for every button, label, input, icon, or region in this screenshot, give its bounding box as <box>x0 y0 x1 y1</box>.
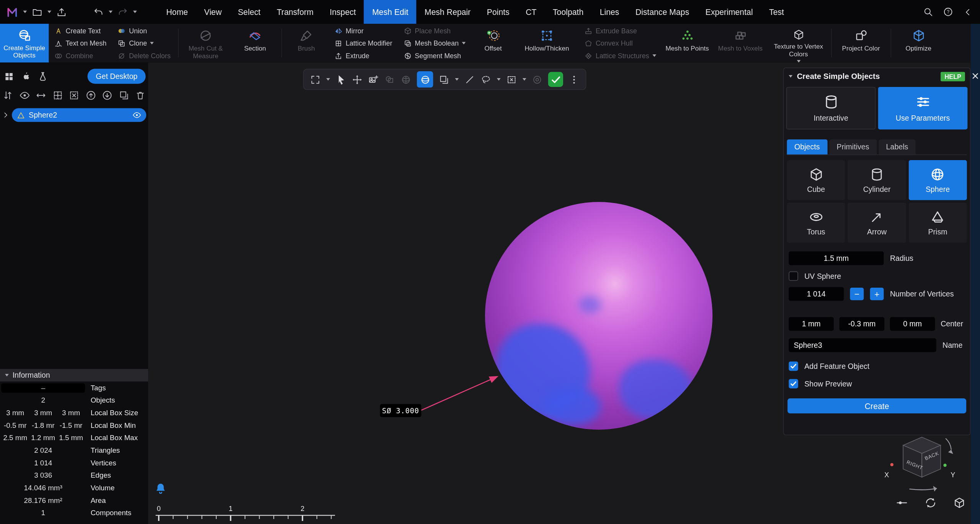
extrude-base-button[interactable]: Extrude Base <box>585 25 656 36</box>
shape-sphere-button[interactable]: Sphere <box>908 160 967 200</box>
tree-item-sphere2[interactable]: Sphere2 <box>12 108 146 122</box>
tab-test[interactable]: Test <box>761 0 792 24</box>
notification-bell-icon[interactable] <box>154 481 167 495</box>
sphere-tool-button[interactable] <box>417 71 433 87</box>
snapshot-icon[interactable] <box>368 74 379 85</box>
globe-icon[interactable] <box>401 74 412 85</box>
shape-torus-button[interactable]: Torus <box>787 203 845 242</box>
redo-icon[interactable] <box>118 7 128 17</box>
redo-chevron-icon[interactable] <box>133 11 137 13</box>
move-tool-icon[interactable] <box>352 74 363 85</box>
open-file-chevron-icon[interactable] <box>47 11 51 13</box>
lasso-select-icon[interactable] <box>481 74 492 85</box>
information-header[interactable]: Information <box>0 369 148 382</box>
lattice-structures-chevron-icon[interactable] <box>652 54 656 57</box>
mesh-boolean-button[interactable]: Mesh Boolean <box>403 38 466 49</box>
mesh-to-points-button[interactable]: Mesh to Points <box>662 24 713 62</box>
union-button[interactable]: Union <box>118 25 171 36</box>
bounding-box-icon[interactable] <box>953 496 966 509</box>
help-icon[interactable]: ? <box>943 7 953 17</box>
brush-button[interactable]: Brush <box>284 24 329 62</box>
shape-arrow-button[interactable]: Arrow <box>848 203 906 242</box>
information-collapse-icon[interactable] <box>5 374 9 377</box>
duplicate-object-icon[interactable] <box>118 90 129 101</box>
select-all-grid-icon[interactable] <box>52 90 63 101</box>
mesh-cut-measure-button[interactable]: Mesh Cut & Measure <box>181 24 231 62</box>
item-visibility-icon[interactable] <box>132 111 141 120</box>
tab-select[interactable]: Select <box>230 0 268 24</box>
vertices-input[interactable]: 1 014 <box>789 287 844 301</box>
undo-icon[interactable] <box>93 7 104 17</box>
project-color-button[interactable]: Project Color <box>833 24 889 62</box>
center-y-input[interactable]: -0.3 mm <box>840 317 885 331</box>
tab-inspect[interactable]: Inspect <box>322 0 364 24</box>
sphere-preview-mesh[interactable] <box>485 202 712 429</box>
create-text-button[interactable]: Create Text <box>54 25 106 36</box>
tags-field[interactable]: – <box>1 383 85 392</box>
panel-collapse-icon[interactable] <box>789 75 792 78</box>
search-icon[interactable] <box>923 7 933 17</box>
accept-button[interactable] <box>548 72 563 87</box>
more-options-icon[interactable] <box>569 74 580 85</box>
place-mesh-button[interactable]: Place Mesh <box>403 25 466 36</box>
mesh-to-voxels-button[interactable]: Mesh to Voxels <box>713 24 768 62</box>
shape-prism-button[interactable]: Prism <box>908 203 967 242</box>
box-select-chevron-icon[interactable] <box>523 78 526 81</box>
center-z-input[interactable]: 0 mm <box>890 317 935 331</box>
optimize-button[interactable]: Optimize <box>893 24 944 62</box>
measure-icon[interactable] <box>36 90 46 101</box>
tab-transform[interactable]: Transform <box>269 0 322 24</box>
visibility-icon[interactable] <box>19 90 30 101</box>
create-simple-objects-button[interactable]: Create Simple Objects <box>0 24 49 62</box>
delete-object-icon[interactable] <box>135 90 146 101</box>
undo-chevron-icon[interactable] <box>109 11 113 13</box>
mode-interactive-button[interactable]: Interactive <box>786 87 875 129</box>
combine-button[interactable]: Combine <box>54 50 106 61</box>
section-button[interactable]: Section <box>231 24 279 62</box>
fit-view-icon[interactable] <box>310 74 321 85</box>
shape-cylinder-button[interactable]: Cylinder <box>848 160 906 200</box>
app-logo[interactable] <box>6 6 18 18</box>
vertices-decrement-button[interactable]: − <box>850 288 864 300</box>
mirror-button[interactable]: Mirror <box>335 25 392 36</box>
open-file-icon[interactable] <box>32 7 42 17</box>
tree-expand-chevron-icon[interactable] <box>2 111 10 119</box>
tab-toolpath[interactable]: Toolpath <box>545 0 592 24</box>
shape-cube-button[interactable]: Cube <box>787 160 845 200</box>
mesh-boolean-chevron-icon[interactable] <box>462 42 466 44</box>
hollow-thicken-button[interactable]: Hollow/Thicken <box>515 24 579 62</box>
tab-mesh-repair[interactable]: Mesh Repair <box>416 0 479 24</box>
tab-ct[interactable]: CT <box>518 0 545 24</box>
tab-objects[interactable]: Objects <box>787 139 828 154</box>
deselect-grid-icon[interactable] <box>69 90 80 101</box>
segment-mesh-button[interactable]: Segment Mesh <box>403 50 466 61</box>
select-cursor-icon[interactable] <box>336 74 346 85</box>
uv-sphere-checkbox[interactable] <box>789 272 798 281</box>
tab-home[interactable]: Home <box>158 0 196 24</box>
tab-mesh-edit[interactable]: Mesh Edit <box>364 0 416 24</box>
move-up-icon[interactable] <box>85 90 96 101</box>
box-select-icon[interactable] <box>506 74 517 85</box>
name-input[interactable]: Sphere3 <box>789 338 936 352</box>
tab-labels[interactable]: Labels <box>879 139 916 154</box>
radius-input[interactable]: 1.5 mm <box>789 251 884 265</box>
orbit-reset-icon[interactable] <box>924 496 937 509</box>
flask-icon[interactable] <box>38 71 48 82</box>
center-x-input[interactable]: 1 mm <box>789 317 834 331</box>
lattice-structures-button[interactable]: Lattice Structures <box>585 50 656 61</box>
extrude-button[interactable]: Extrude <box>335 50 392 61</box>
convex-hull-button[interactable]: Convex Hull <box>585 38 656 49</box>
slice-icon[interactable] <box>464 74 475 85</box>
help-badge[interactable]: HELP <box>941 72 965 81</box>
mode-use-parameters-button[interactable]: Use Parameters <box>878 87 967 129</box>
diameter-annotation[interactable]: SØ 3.000 <box>380 404 421 417</box>
get-desktop-button[interactable]: Get Desktop <box>88 69 145 84</box>
collapse-panel-icon[interactable] <box>963 7 972 16</box>
tab-lines[interactable]: Lines <box>591 0 627 24</box>
measure-scale-icon[interactable] <box>896 496 908 509</box>
navigation-cube[interactable]: RIGHT BACK X Y <box>872 428 971 500</box>
tab-view[interactable]: View <box>196 0 230 24</box>
move-down-icon[interactable] <box>102 90 113 101</box>
fit-view-chevron-icon[interactable] <box>326 78 330 81</box>
delete-colors-button[interactable]: Delete Colors <box>118 50 171 61</box>
